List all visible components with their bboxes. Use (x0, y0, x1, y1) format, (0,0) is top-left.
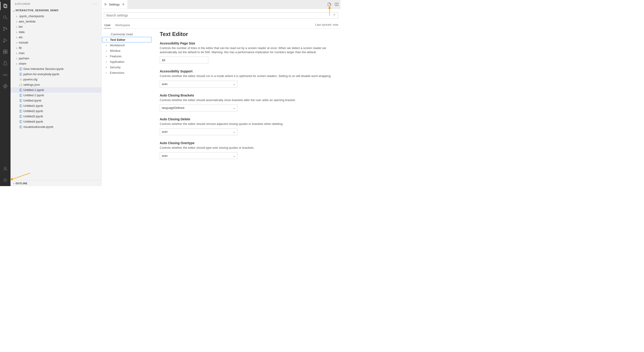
scope-tab-workspace[interactable]: Workspace (115, 22, 130, 29)
nav-workbench[interactable]: ›Workbench (102, 42, 152, 48)
extensions-icon[interactable] (0, 48, 10, 56)
folder-root-header[interactable]: ⌄ INTERACTIVE_SESSIONS_DEMO (10, 8, 102, 13)
folder-item[interactable]: bin (10, 24, 102, 29)
aws-icon[interactable]: aws (0, 71, 10, 79)
testing-icon[interactable] (0, 59, 10, 67)
python-icon[interactable] (0, 82, 10, 90)
setting-input-page-size[interactable] (160, 57, 208, 64)
file-item[interactable]: Untitled2.ipynb (10, 108, 102, 114)
nav-text-editor[interactable]: ›Text Editor (102, 37, 152, 42)
setting-description: Controls whether the editor should type … (160, 146, 334, 150)
filter-icon[interactable] (332, 13, 336, 18)
chevron-right-icon: › (106, 55, 109, 58)
setting-select-auto-closing-delete[interactable]: auto ⌄ (160, 128, 238, 135)
explorer-icon[interactable] (0, 2, 10, 10)
folder-item[interactable]: data (10, 29, 102, 35)
setting-select-auto-closing-overtype[interactable]: auto ⌄ (160, 152, 238, 159)
setting-description: Controls whether the editor should run i… (160, 74, 334, 78)
file-item[interactable]: Untitled1.ipynb (10, 103, 102, 108)
manage-gear-icon[interactable] (0, 176, 10, 184)
folder-item[interactable]: man (10, 50, 102, 56)
nav-application[interactable]: ›Application (102, 59, 152, 64)
search-icon[interactable] (0, 13, 10, 22)
json-icon: { } (19, 83, 23, 86)
file-label: python-for-everybody.ipynb (23, 72, 59, 76)
folder-label: pycham (19, 57, 29, 60)
svg-point-41 (106, 4, 106, 5)
svg-rect-9 (4, 50, 5, 52)
file-label: Untitled-1.ipynb (23, 88, 44, 92)
svg-point-40 (105, 4, 105, 4)
file-item[interactable]: Untitled3.ipynb (10, 114, 102, 119)
file-item[interactable]: Untitled4.ipynb (10, 119, 102, 124)
folder-label: data (19, 30, 24, 34)
nav-commonly-used[interactable]: Commonly Used (102, 31, 152, 37)
folder-item[interactable]: .ipynb_checkpoints (10, 14, 102, 19)
nav-extensions[interactable]: ›Extensions (102, 70, 152, 75)
notebook-icon (19, 99, 23, 102)
editor-area: Settings ✕ User Workspace (102, 0, 340, 186)
chevron-down-icon: ⌄ (233, 154, 236, 157)
svg-rect-31 (20, 115, 22, 118)
svg-point-15 (4, 180, 6, 181)
nav-features[interactable]: ›Features (102, 53, 152, 59)
split-editor-icon[interactable] (334, 2, 339, 7)
file-item[interactable]: Glue Interactive Session.ipynb (10, 66, 102, 72)
file-item[interactable]: Untitled-1.ipynb (10, 87, 102, 93)
chevron-down-icon: ⌄ (233, 82, 236, 86)
setting-select-auto-closing-brackets[interactable]: languageDefined ⌄ (160, 104, 238, 111)
accounts-icon[interactable] (0, 164, 10, 173)
outline-section[interactable]: › OUTLINE (10, 180, 102, 186)
file-item[interactable]: { }settings.json (10, 82, 102, 87)
scope-tab-user[interactable]: User (104, 22, 111, 29)
svg-point-5 (4, 30, 4, 31)
settings-nav: Commonly Used ›Text Editor ›Workbench ›W… (102, 29, 152, 186)
folder-item[interactable]: aws_lambda (10, 19, 102, 24)
svg-rect-21 (20, 89, 22, 91)
svg-rect-18 (20, 73, 22, 75)
source-control-icon[interactable] (0, 25, 10, 33)
svg-rect-11 (4, 52, 5, 54)
svg-rect-33 (20, 120, 22, 123)
file-item[interactable]: visualstudiocode.ipynb (10, 124, 102, 129)
setting-auto-closing-overtype: Auto Closing Overtype Controls whether t… (160, 141, 334, 159)
tab-settings[interactable]: Settings ✕ (102, 0, 128, 9)
nav-window[interactable]: ›Window (102, 48, 152, 53)
setting-title: Accessibility Support (160, 69, 334, 73)
folder-item[interactable]: lib (10, 45, 102, 50)
gear-icon (19, 78, 23, 81)
chevron-right-icon: › (12, 182, 16, 185)
svg-rect-12 (6, 52, 7, 53)
folder-label: include (19, 41, 28, 44)
file-item[interactable]: Untitled-2.ipynb (10, 93, 102, 98)
file-label: Untitled-2.ipynb (23, 93, 44, 97)
svg-point-6 (6, 29, 7, 30)
settings-search-input[interactable] (106, 14, 332, 17)
folder-item[interactable]: share (10, 61, 102, 66)
folder-label: etc (19, 36, 23, 39)
chevron-down-icon: ⌄ (12, 9, 16, 12)
close-icon[interactable]: ✕ (122, 2, 125, 7)
file-item[interactable]: python-for-everybody.ipynb (10, 72, 102, 77)
file-item[interactable]: pyvenv.cfg (10, 77, 102, 82)
file-item[interactable]: Untitled.ipynb (10, 98, 102, 103)
chevron-right-icon (15, 41, 18, 45)
more-icon[interactable]: ··· (93, 2, 97, 6)
folder-item[interactable]: pycham (10, 56, 102, 61)
notebook-icon (19, 110, 23, 113)
run-debug-icon[interactable] (0, 36, 10, 45)
notebook-icon (19, 73, 23, 76)
setting-description: Controls whether the editor should autom… (160, 98, 334, 102)
sync-status: Last synced: now (315, 23, 338, 26)
notebook-icon (19, 115, 23, 118)
nav-security[interactable]: ›Security (102, 64, 152, 70)
setting-select-accessibility-support[interactable]: auto ⌄ (160, 81, 238, 88)
open-settings-json-icon[interactable] (327, 2, 332, 7)
folder-item[interactable]: etc (10, 35, 102, 40)
folder-item[interactable]: include (10, 40, 102, 45)
settings-search-wrap (104, 12, 338, 19)
svg-point-4 (4, 27, 4, 28)
tab-label: Settings (109, 3, 120, 6)
chevron-right-icon: › (106, 44, 109, 47)
setting-description: Controls the number of lines in the edit… (160, 46, 334, 54)
